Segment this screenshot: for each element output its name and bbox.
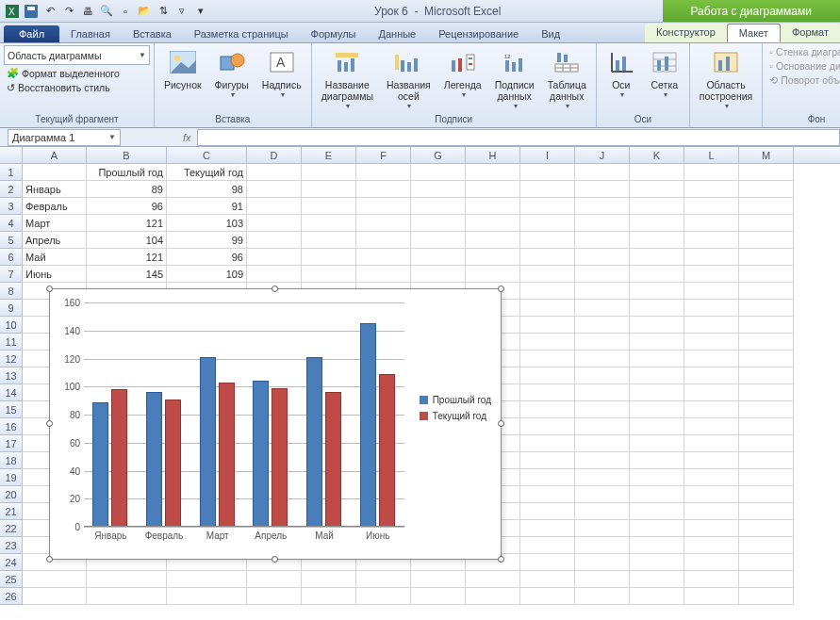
filter-icon[interactable]: ▿ <box>173 3 190 20</box>
cell-K19[interactable] <box>630 469 684 486</box>
bar[interactable] <box>219 383 235 527</box>
cell-L13[interactable] <box>684 367 739 384</box>
cell-C25[interactable] <box>167 571 247 588</box>
cell-M12[interactable] <box>739 351 794 367</box>
data-labels-button[interactable]: 12Подписи данных▾ <box>489 45 540 112</box>
bar[interactable] <box>272 388 288 527</box>
resize-handle-nw[interactable] <box>46 286 53 292</box>
row-header-15[interactable]: 15 <box>0 401 23 418</box>
col-header-C[interactable]: C <box>167 147 247 163</box>
cell-M19[interactable] <box>739 469 794 486</box>
cell-E5[interactable] <box>302 232 356 249</box>
bar[interactable] <box>92 402 108 527</box>
cell-M10[interactable] <box>739 317 794 334</box>
cell-J11[interactable] <box>575 334 630 351</box>
cell-C7[interactable]: 109 <box>167 266 247 283</box>
cell-J7[interactable] <box>575 266 630 283</box>
cell-B7[interactable]: 145 <box>87 266 167 283</box>
fx-icon[interactable]: fx <box>177 132 197 143</box>
col-header-D[interactable]: D <box>247 147 302 163</box>
cell-M15[interactable] <box>739 401 794 418</box>
cell-K25[interactable] <box>630 571 684 588</box>
cell-I21[interactable] <box>520 503 575 520</box>
cell-L7[interactable] <box>684 266 739 283</box>
cell-B1[interactable]: Прошлый год <box>87 164 167 181</box>
bar[interactable] <box>379 374 395 527</box>
row-header-25[interactable]: 25 <box>0 571 23 588</box>
chart-object[interactable]: 020406080100120140160ЯнварьФевральМартАп… <box>49 288 502 560</box>
cell-H26[interactable] <box>466 588 520 605</box>
cell-J24[interactable] <box>575 554 630 571</box>
cell-L26[interactable] <box>684 588 739 605</box>
tab-вставка[interactable]: Вставка <box>122 25 183 42</box>
cell-F26[interactable] <box>356 588 411 605</box>
cell-L9[interactable] <box>684 300 739 317</box>
col-header-I[interactable]: I <box>520 147 575 163</box>
cell-I5[interactable] <box>520 232 575 249</box>
row-header-11[interactable]: 11 <box>0 334 23 351</box>
cell-I14[interactable] <box>520 384 575 401</box>
redo-icon[interactable]: ↷ <box>60 3 77 20</box>
cell-A7[interactable]: Июнь <box>23 266 87 283</box>
shapes-button[interactable]: Фигуры▾ <box>209 45 255 101</box>
cell-D5[interactable] <box>247 232 302 249</box>
row-header-13[interactable]: 13 <box>0 367 23 384</box>
cell-L17[interactable] <box>684 435 739 452</box>
cell-K20[interactable] <box>630 486 684 503</box>
cell-K11[interactable] <box>630 334 684 351</box>
cell-A2[interactable]: Январь <box>23 181 87 198</box>
row-header-3[interactable]: 3 <box>0 198 23 215</box>
col-header-G[interactable]: G <box>411 147 466 163</box>
cell-F3[interactable] <box>356 198 411 215</box>
cell-M24[interactable] <box>739 554 794 571</box>
cell-I7[interactable] <box>520 266 575 283</box>
cell-C1[interactable]: Текущий год <box>167 164 247 181</box>
cell-J16[interactable] <box>575 418 630 435</box>
cell-J19[interactable] <box>575 469 630 486</box>
cell-J6[interactable] <box>575 249 630 266</box>
cell-K16[interactable] <box>630 418 684 435</box>
cell-K15[interactable] <box>630 401 684 418</box>
cell-K1[interactable] <box>630 164 684 181</box>
cell-G4[interactable] <box>411 215 466 232</box>
cell-I15[interactable] <box>520 401 575 418</box>
3d-rotation-button[interactable]: ⟲Поворот объемно <box>766 73 840 87</box>
cell-B3[interactable]: 96 <box>87 198 167 215</box>
cell-M3[interactable] <box>739 198 794 215</box>
cell-J12[interactable] <box>575 351 630 367</box>
bar[interactable] <box>306 357 322 527</box>
cell-A25[interactable] <box>23 571 87 588</box>
cell-I12[interactable] <box>520 351 575 367</box>
cell-L5[interactable] <box>684 232 739 249</box>
cell-J21[interactable] <box>575 503 630 520</box>
cell-L8[interactable] <box>684 283 739 300</box>
cell-D3[interactable] <box>247 198 302 215</box>
cell-J22[interactable] <box>575 520 630 537</box>
bar[interactable] <box>325 392 341 527</box>
cell-J25[interactable] <box>575 571 630 588</box>
cell-L2[interactable] <box>684 181 739 198</box>
tab-разметка страницы[interactable]: Разметка страницы <box>183 25 300 42</box>
cell-H1[interactable] <box>466 164 520 181</box>
row-header-21[interactable]: 21 <box>0 503 23 520</box>
cell-I17[interactable] <box>520 435 575 452</box>
tab-формулы[interactable]: Формулы <box>300 25 368 42</box>
row-header-22[interactable]: 22 <box>0 520 23 537</box>
cell-M14[interactable] <box>739 384 794 401</box>
row-header-16[interactable]: 16 <box>0 418 23 435</box>
cell-K23[interactable] <box>630 537 684 554</box>
cell-H4[interactable] <box>466 215 520 232</box>
cell-I1[interactable] <box>520 164 575 181</box>
axis-titles-button[interactable]: Названия осей▾ <box>381 45 436 112</box>
cell-L18[interactable] <box>684 452 739 469</box>
row-header-8[interactable]: 8 <box>0 283 23 300</box>
formula-input[interactable] <box>197 129 840 146</box>
row-header-9[interactable]: 9 <box>0 300 23 317</box>
cell-K5[interactable] <box>630 232 684 249</box>
cell-I13[interactable] <box>520 367 575 384</box>
resize-handle-ne[interactable] <box>498 286 504 292</box>
qat-customize-icon[interactable]: ▾ <box>192 3 209 20</box>
tab-макет[interactable]: Макет <box>727 24 781 42</box>
resize-handle-e[interactable] <box>498 420 504 427</box>
cell-C2[interactable]: 98 <box>167 181 247 198</box>
